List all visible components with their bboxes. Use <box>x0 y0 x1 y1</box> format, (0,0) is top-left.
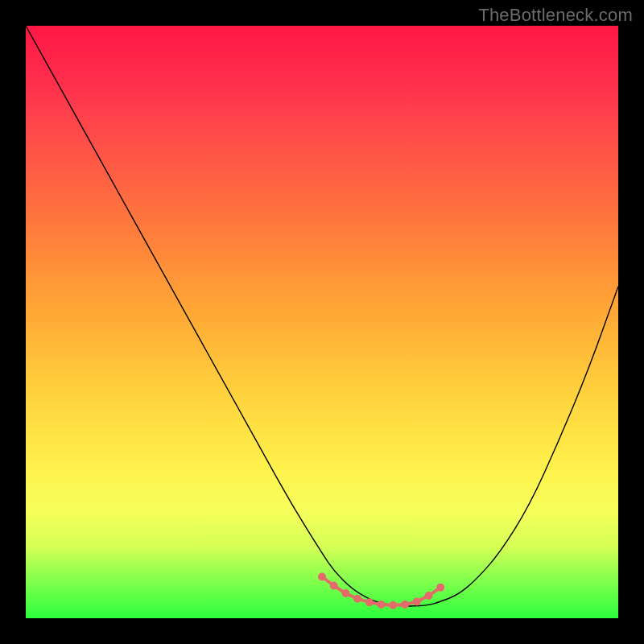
highlight-dot <box>424 592 432 600</box>
highlight-dots <box>318 572 444 609</box>
highlight-dot <box>341 589 349 597</box>
plot-area <box>26 26 618 618</box>
highlight-dot <box>330 582 338 590</box>
highlight-dot <box>401 601 409 609</box>
highlight-dot <box>318 572 326 580</box>
highlight-dot <box>353 595 361 603</box>
watermark-text: TheBottleneck.com <box>478 5 633 26</box>
chart-frame: TheBottleneck.com <box>0 0 644 644</box>
highlight-dot <box>436 584 444 592</box>
highlight-dot <box>365 598 374 606</box>
chart-svg <box>26 26 618 618</box>
highlight-dot <box>389 601 397 609</box>
highlight-dot <box>378 601 386 609</box>
bottleneck-curve <box>26 26 618 606</box>
highlight-dot <box>413 597 421 605</box>
